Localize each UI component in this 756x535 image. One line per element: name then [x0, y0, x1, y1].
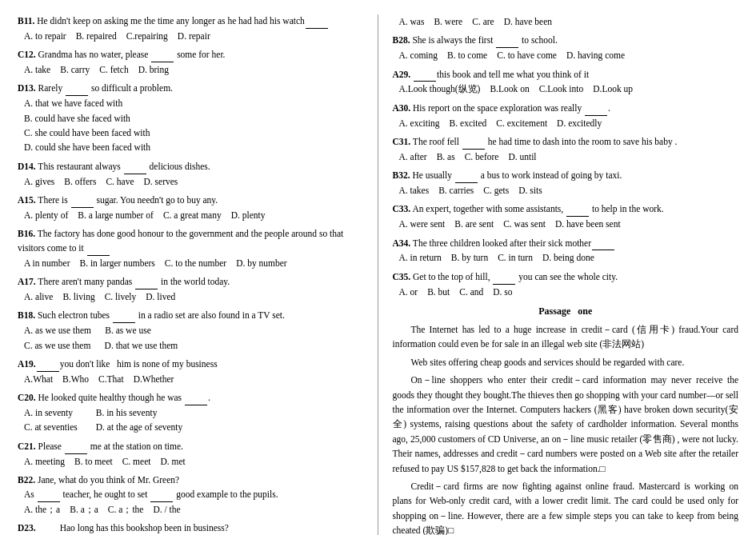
question-C35: C35. Get to the top of hill, you can see…: [393, 270, 739, 299]
question-A17: A17. There aren't many pandas in the wor…: [18, 275, 363, 304]
question-C20: C20. He looked quite healthy though he w…: [18, 391, 363, 435]
question-C33: C33. An expert, together with some assis…: [393, 202, 739, 231]
question-A29: A29. this book and tell me what you thin…: [393, 68, 739, 97]
passage-body: The Internet has led to a huge increase …: [393, 322, 739, 535]
question-D23: D23.Hao long has this bookshop been in b…: [18, 521, 363, 535]
question-D14: D14. This restaurant always delicious di…: [18, 160, 363, 189]
question-B16: B16. The factory has done good honour to…: [18, 227, 363, 270]
question-B11: B11. He didn't keep on asking me the tim…: [18, 14, 363, 43]
question-C12: C12. Grandma has no water, please some f…: [18, 48, 363, 77]
question-A34: A34. The three children looked after the…: [393, 237, 739, 266]
passage-title: Passage one: [393, 305, 739, 317]
page-container: B11. He didn't keep on asking me the tim…: [18, 14, 738, 535]
right-column: A. was B. were C. are D. have been B28. …: [378, 14, 739, 535]
question-A19: A19.you don't like him is none of my bus…: [18, 357, 363, 386]
question-options-top: A. was B. were C. are D. have been: [393, 14, 739, 29]
question-B28: B28. She is always the first to school. …: [393, 34, 739, 62]
question-A15: A15. There is sugar. You needn't go to b…: [18, 194, 363, 222]
question-C21: C21. Please me at the station on time. A…: [18, 440, 363, 469]
question-B32: B32. He usually a bus to work instead of…: [393, 169, 739, 198]
left-column: B11. He didn't keep on asking me the tim…: [18, 14, 378, 535]
question-B18: B18. Such electron tubes in a radio set …: [18, 309, 363, 353]
question-B22: B22. Jane, what do you think of Mr. Gree…: [18, 473, 363, 517]
question-D13: D13. Rarely so difficult a problem. A. t…: [18, 82, 363, 154]
question-A30: A30. His report on the space exploration…: [393, 102, 739, 130]
question-C31: C31. The roof fell he had time to dash i…: [393, 135, 739, 164]
